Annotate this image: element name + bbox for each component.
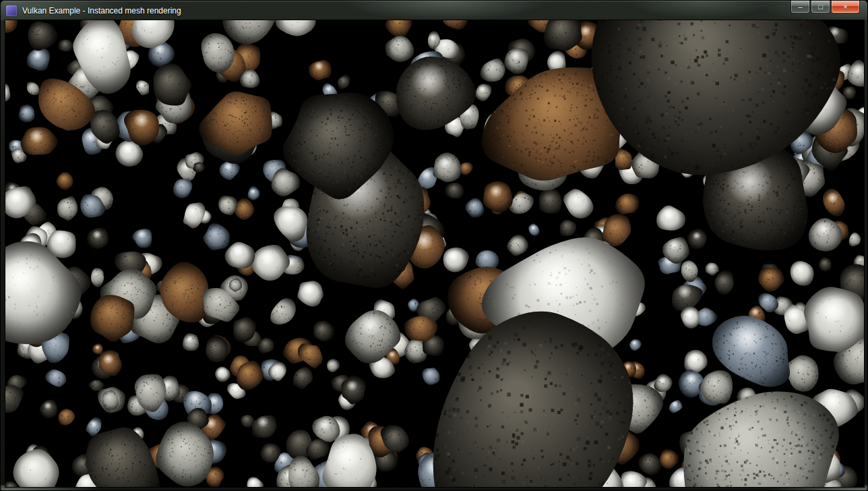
maximize-icon: □ — [818, 3, 823, 11]
close-icon: × — [843, 3, 847, 11]
maximize-button[interactable]: □ — [811, 1, 830, 13]
minimize-button[interactable]: – — [790, 1, 810, 13]
app-icon — [6, 5, 17, 16]
window-controls: – □ × — [790, 1, 860, 13]
close-button[interactable]: × — [831, 1, 860, 13]
app-window: Vulkan Example - Instanced mesh renderin… — [0, 0, 868, 491]
minimize-icon: – — [798, 3, 802, 11]
titlebar[interactable]: Vulkan Example - Instanced mesh renderin… — [1, 1, 867, 20]
client-area — [5, 20, 864, 487]
render-viewport[interactable] — [5, 20, 864, 487]
window-title: Vulkan Example - Instanced mesh renderin… — [22, 6, 181, 16]
